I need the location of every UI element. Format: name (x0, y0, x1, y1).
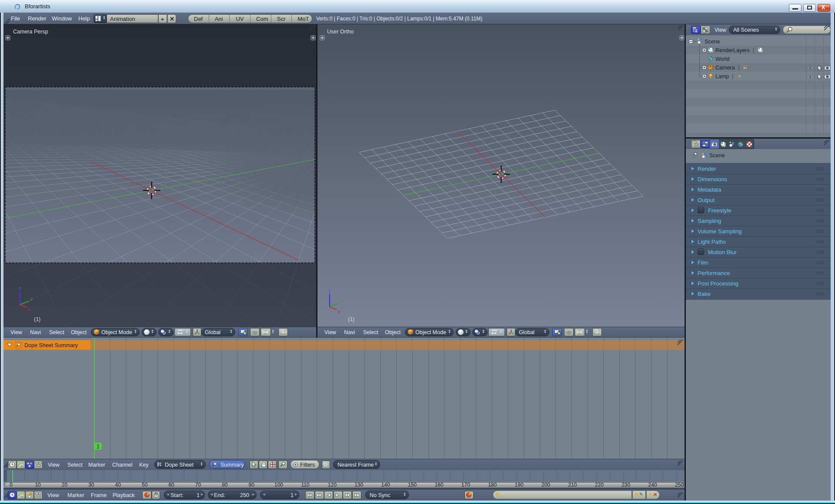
svg-text:y: y (30, 296, 33, 301)
svg-text:x: x (28, 307, 31, 312)
svg-text:x: x (338, 309, 341, 314)
svg-text:z: z (19, 285, 21, 291)
svg-text:z: z (328, 288, 331, 293)
svg-text:y: y (340, 298, 343, 303)
